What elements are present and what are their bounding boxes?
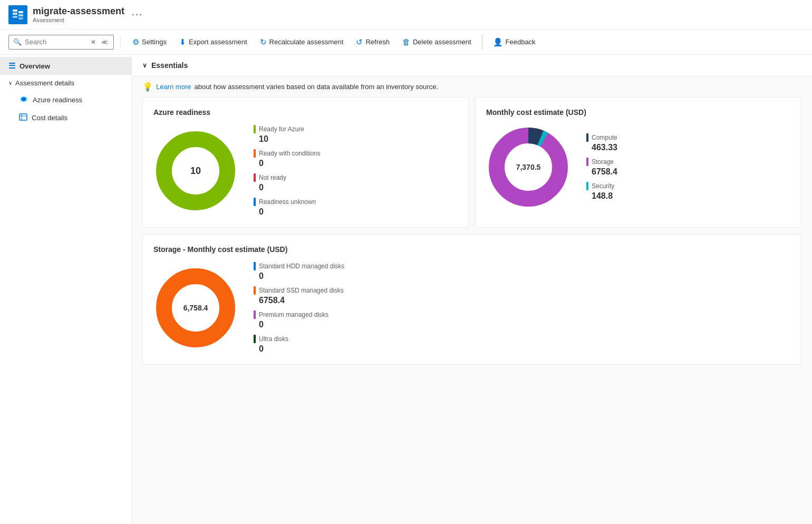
legend-value-conditions: 0 (254, 159, 321, 168)
storage-cost-card-content: 6,758.4 Standard HDD managed disks 0 (153, 262, 790, 354)
storage-center-value: 6,758.4 (183, 304, 208, 312)
legend-label-compute: Compute (592, 134, 617, 141)
feedback-button[interactable]: 👤 Feedback (488, 34, 541, 50)
export-icon: ⬇ (179, 37, 186, 47)
storage-cost-card-title: Storage - Monthly cost estimate (USD) (153, 245, 790, 254)
search-clear-button[interactable]: ✕ (90, 37, 97, 47)
svg-rect-3 (18, 11, 23, 13)
app-subtitle: Assessment (33, 17, 124, 23)
monthly-cost-card: Monthly cost estimate (USD) (475, 97, 801, 228)
legend-item-premium: Premium managed disks 0 (254, 310, 344, 329)
content-area: ∨ Essentials 💡 Learn more about how asse… (132, 55, 812, 524)
cards-grid-top: Azure readiness 10 (132, 97, 812, 234)
sidebar-section-assessment-details[interactable]: ∨ Assessment details (0, 75, 131, 91)
legend-bar-ssd (254, 286, 256, 295)
legend-bar-unknown (254, 198, 256, 206)
legend-label-unknown: Readiness unknown (259, 198, 316, 206)
monthly-cost-legend: Compute 463.33 Storage 6758.4 (586, 133, 617, 201)
legend-label-hdd: Standard HDD managed disks (259, 263, 344, 270)
legend-value-hdd: 0 (254, 271, 344, 281)
azure-readiness-center-value: 10 (190, 166, 201, 177)
search-collapse-button[interactable]: ≪ (100, 37, 109, 47)
legend-item-conditions: Ready with conditions 0 (254, 149, 321, 168)
legend-bar-ready (254, 125, 256, 133)
azure-readiness-card-title: Azure readiness (153, 108, 458, 117)
essentials-chevron-icon: ∨ (142, 62, 147, 69)
svg-point-7 (21, 97, 26, 101)
export-button[interactable]: ⬇ Export assessment (174, 34, 253, 50)
app-logo (8, 5, 27, 24)
monthly-cost-donut: 7,370.5 (486, 125, 571, 209)
azure-readiness-card: Azure readiness 10 (142, 97, 469, 228)
legend-value-unknown: 0 (254, 207, 321, 217)
recalculate-button[interactable]: ↻ Recalculate assessment (255, 34, 349, 50)
more-menu-button[interactable]: ··· (132, 9, 143, 20)
legend-item-unknown: Readiness unknown 0 (254, 198, 321, 217)
legend-bar-premium (254, 310, 256, 319)
legend-value-ssd: 6758.4 (254, 296, 344, 305)
svg-rect-5 (18, 17, 23, 20)
toolbar-divider (120, 35, 121, 50)
legend-item-hdd: Standard HDD managed disks 0 (254, 262, 344, 281)
legend-item-not-ready: Not ready 0 (254, 173, 321, 192)
sidebar-item-overview[interactable]: ☰ Overview (0, 57, 131, 75)
legend-value-compute: 463.33 (586, 143, 617, 152)
legend-bar-security (586, 182, 588, 190)
legend-label-ssd: Standard SSD managed disks (259, 287, 344, 294)
legend-label-premium: Premium managed disks (259, 311, 328, 318)
azure-readiness-icon (19, 95, 28, 104)
legend-value-storage: 6758.4 (586, 167, 617, 177)
info-bar-text: about how assessment varies based on dat… (194, 83, 438, 91)
legend-bar-hdd (254, 262, 256, 270)
legend-value-premium: 0 (254, 320, 344, 329)
svg-rect-8 (20, 114, 27, 120)
legend-value-ready: 10 (254, 134, 321, 144)
legend-value-ultra: 0 (254, 344, 344, 354)
azure-readiness-card-content: 10 Ready for Azure 10 (153, 125, 458, 217)
monthly-cost-center-value: 7,370.5 (516, 163, 541, 171)
search-icon: 🔍 (13, 38, 22, 46)
delete-button[interactable]: 🗑 Delete assessment (397, 34, 477, 50)
storage-donut: 6,758.4 (153, 266, 238, 350)
search-box[interactable]: 🔍 ✕ ≪ (8, 35, 114, 50)
legend-label-storage: Storage (592, 158, 614, 166)
cost-details-icon (19, 113, 27, 123)
chevron-down-icon: ∨ (8, 80, 12, 86)
legend-item-storage: Storage 6758.4 (586, 158, 617, 177)
feedback-icon: 👤 (493, 37, 503, 47)
sidebar-item-cost-details[interactable]: Cost details (0, 109, 131, 127)
app-title-block: migrate-assessment Assessment (33, 6, 124, 24)
learn-more-link[interactable]: Learn more (156, 83, 191, 91)
svg-rect-0 (13, 9, 17, 12)
legend-label-ultra: Ultra disks (259, 335, 288, 343)
toolbar: 🔍 ✕ ≪ ⚙ Settings ⬇ Export assessment ↻ R… (0, 30, 812, 55)
legend-bar-conditions (254, 149, 256, 158)
settings-button[interactable]: ⚙ Settings (127, 34, 172, 50)
essentials-header[interactable]: ∨ Essentials (132, 55, 812, 76)
sidebar-item-azure-readiness[interactable]: Azure readiness (0, 91, 131, 109)
info-bar: 💡 Learn more about how assessment varies… (132, 76, 812, 97)
legend-item-ssd: Standard SSD managed disks 6758.4 (254, 286, 344, 305)
monthly-cost-card-title: Monthly cost estimate (USD) (486, 108, 790, 117)
search-input[interactable] (25, 38, 86, 46)
delete-icon: 🗑 (402, 37, 410, 46)
legend-value-security: 148.8 (586, 191, 617, 201)
svg-rect-1 (13, 13, 17, 15)
storage-legend: Standard HDD managed disks 0 Standard SS… (254, 262, 344, 354)
overview-icon: ☰ (8, 61, 15, 71)
svg-rect-4 (18, 14, 23, 16)
legend-label-security: Security (592, 182, 614, 190)
legend-value-not-ready: 0 (254, 183, 321, 192)
legend-label-ready: Ready for Azure (259, 125, 304, 133)
legend-bar-not-ready (254, 173, 256, 182)
refresh-icon: ↺ (356, 37, 363, 47)
refresh-button[interactable]: ↺ Refresh (351, 34, 395, 50)
cards-grid-bottom: Storage - Monthly cost estimate (USD) 6,… (132, 234, 812, 375)
recalculate-icon: ↻ (260, 37, 267, 47)
bulb-icon: 💡 (142, 82, 153, 92)
legend-item-security: Security 148.8 (586, 182, 617, 201)
storage-cost-card: Storage - Monthly cost estimate (USD) 6,… (142, 234, 801, 365)
sidebar: ☰ Overview ∨ Assessment details Azure re… (0, 55, 132, 524)
legend-label-conditions: Ready with conditions (259, 150, 321, 157)
legend-item-ultra: Ultra disks 0 (254, 335, 344, 354)
